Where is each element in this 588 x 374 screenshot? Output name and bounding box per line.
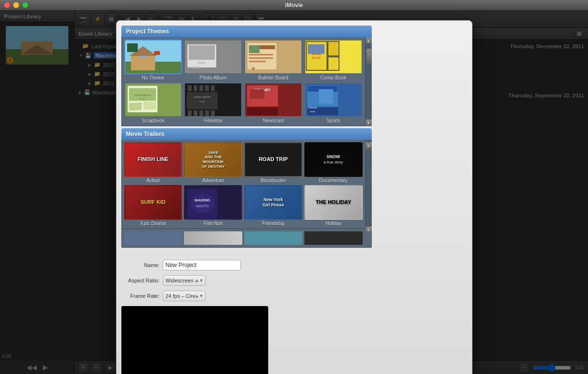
trailer-thumb-holiday: THE HOLIDAY xyxy=(304,185,363,220)
svg-rect-48 xyxy=(194,85,197,91)
trailer-thumb-film-noir: MADRID NIGHTS xyxy=(184,185,242,220)
theme-newscast[interactable]: SIT AMET ELIT Newscast xyxy=(244,82,302,123)
trailers-wrapper: FINISH LINE Action JAKEAND THEMOUNTAINOF… xyxy=(121,140,372,229)
svg-rect-24 xyxy=(260,45,275,49)
more-trailer-3[interactable] xyxy=(244,231,302,245)
preview-area xyxy=(121,306,268,374)
theme-filmstrip[interactable]: Lorem Ipsum Dolor Filmstrip xyxy=(184,82,242,123)
theme-no-theme[interactable]: No Theme xyxy=(124,40,183,80)
trailer-text-documentary: SNOWa true story xyxy=(323,153,344,166)
scroll-track xyxy=(366,44,372,120)
themes-wrapper: No Theme Lorem Ipsum Dolor xyxy=(121,37,372,126)
trailer-label-documentary: Documentary xyxy=(304,178,363,183)
theme-photo-album[interactable]: Lorem Ipsum Dolor Photo Album xyxy=(184,40,242,80)
trailer-scroll-track xyxy=(366,149,372,225)
trailer-scroll-up[interactable]: ▲ xyxy=(366,142,372,149)
trailer-documentary[interactable]: SNOWa true story Documentary xyxy=(304,142,363,183)
theme-scrapbook[interactable]: Lorem Ipsum Dolor Scrapbook xyxy=(124,82,183,123)
trailers-scrollbar[interactable]: ▲ ▼ xyxy=(365,140,372,229)
trailer-text-holiday: THE HOLIDAY xyxy=(314,198,352,206)
maximize-button[interactable] xyxy=(22,2,28,8)
svg-rect-55 xyxy=(205,110,209,116)
themes-section-title: Project Themes xyxy=(121,26,372,37)
themes-scrollbar[interactable]: ▲ ▼ xyxy=(365,37,372,126)
title-bar: iMovie xyxy=(0,0,588,11)
theme-label-scrapbook: Scrapbook xyxy=(124,118,183,123)
theme-svg-newscast: SIT AMET ELIT xyxy=(245,83,301,116)
scroll-up-button[interactable]: ▲ xyxy=(366,37,372,44)
new-project-dialog: Project Themes xyxy=(116,20,472,374)
trailer-holiday[interactable]: THE HOLIDAY Holiday xyxy=(304,185,363,226)
theme-svg-no-theme xyxy=(125,40,182,73)
theme-comic-book[interactable]: LOREM IPSUM DOLOR Comic Book xyxy=(304,40,363,80)
trailer-thumb-friendship: New YorkGirl Posse xyxy=(244,185,302,220)
svg-rect-64 xyxy=(250,89,264,99)
svg-rect-54 xyxy=(199,110,203,116)
theme-label-newscast: Newscast xyxy=(244,118,302,123)
theme-bulletin-board[interactable]: Bulletin Board xyxy=(244,40,302,80)
theme-label-photo-album: Photo Album xyxy=(184,75,242,80)
frame-rate-label: Frame Rate: xyxy=(121,293,160,299)
trailer-epic-drama[interactable]: SURF KID Epic Drama xyxy=(124,185,183,226)
svg-rect-53 xyxy=(194,110,197,116)
trailers-grid: FINISH LINE Action JAKEAND THEMOUNTAINOF… xyxy=(121,140,372,229)
theme-svg-comic-book: LOREM IPSUM DOLOR xyxy=(305,40,362,73)
modal-left-panel: Project Themes xyxy=(117,21,377,253)
theme-svg-scrapbook: Lorem Ipsum Dolor xyxy=(125,83,182,116)
theme-sports[interactable]: Canucks AAAA Sports xyxy=(304,82,363,123)
close-button[interactable] xyxy=(4,2,10,8)
svg-rect-13 xyxy=(127,43,138,52)
trailer-blockbuster[interactable]: ROAD TRIP Blockbuster xyxy=(244,142,302,183)
more-trailer-2[interactable] xyxy=(184,231,242,245)
svg-text:Dolor: Dolor xyxy=(199,100,205,103)
svg-text:MADRID: MADRID xyxy=(195,198,210,202)
modal-content: Project Themes xyxy=(117,21,472,374)
trailer-scroll-down[interactable]: ▼ xyxy=(366,227,372,233)
svg-rect-43 xyxy=(129,102,142,110)
trailer-adventure[interactable]: JAKEAND THEMOUNTAINOF DESTINY Adventure xyxy=(184,142,242,183)
theme-svg-photo-album: Lorem Ipsum Dolor xyxy=(185,40,241,73)
trailer-label-blockbuster: Blockbuster xyxy=(244,178,302,183)
frame-rate-select[interactable]: 24 fps – Cinema 25 fps – PAL 30 fps – NT… xyxy=(163,291,206,301)
themes-grid: No Theme Lorem Ipsum Dolor xyxy=(121,37,372,126)
svg-text:Lorem Ipsum: Lorem Ipsum xyxy=(134,94,151,96)
svg-text:AAAA: AAAA xyxy=(310,110,315,113)
trailer-film-noir[interactable]: MADRID NIGHTS Film Noir xyxy=(184,185,242,226)
svg-point-74 xyxy=(190,194,214,213)
svg-rect-26 xyxy=(249,57,273,59)
trailer-thumb-action: FINISH LINE xyxy=(124,142,183,177)
film-noir-svg: MADRID NIGHTS xyxy=(185,186,241,219)
more-trailer-4[interactable] xyxy=(304,231,363,245)
theme-thumb-no-theme xyxy=(124,40,183,74)
scroll-thumb[interactable] xyxy=(366,49,371,63)
svg-rect-47 xyxy=(188,85,192,91)
svg-rect-37 xyxy=(308,44,325,54)
theme-svg-sports: Canucks AAAA xyxy=(305,83,362,116)
trailer-label-holiday: Holiday xyxy=(304,221,363,226)
theme-thumb-sports: Canucks AAAA xyxy=(304,82,363,117)
minimize-button[interactable] xyxy=(13,2,19,8)
window-controls xyxy=(4,2,28,8)
name-label: Name: xyxy=(121,262,160,268)
trailer-text-adventure: JAKEAND THEMOUNTAINOF DESTINY xyxy=(201,149,226,170)
theme-thumb-filmstrip: Lorem Ipsum Dolor xyxy=(184,82,242,117)
trailer-text-epic-drama: SURF KID xyxy=(140,198,167,206)
svg-rect-14 xyxy=(154,51,160,55)
theme-thumb-photo-album: Lorem Ipsum Dolor xyxy=(184,40,242,74)
svg-rect-44 xyxy=(143,102,156,110)
aspect-ratio-select[interactable]: Widescreen (16:9) Standard (4:3) iPhone … xyxy=(163,275,206,286)
trailer-label-adventure: Adventure xyxy=(184,178,242,183)
scroll-down-button[interactable]: ▼ xyxy=(366,120,372,126)
trailer-thumb-adventure: JAKEAND THEMOUNTAINOF DESTINY xyxy=(184,142,242,177)
name-row: Name: xyxy=(121,260,206,270)
svg-text:DOLOR: DOLOR xyxy=(312,56,321,59)
svg-rect-50 xyxy=(205,85,209,91)
more-trailer-1[interactable] xyxy=(124,231,183,245)
svg-rect-33 xyxy=(328,57,339,70)
name-input[interactable] xyxy=(163,260,241,270)
trailer-thumb-blockbuster: ROAD TRIP xyxy=(244,142,302,177)
svg-text:Dolor: Dolor xyxy=(140,97,145,100)
trailer-friendship[interactable]: New YorkGirl Posse Friendship xyxy=(244,185,302,226)
theme-svg-bulletin-board xyxy=(245,40,301,73)
trailer-action[interactable]: FINISH LINE Action xyxy=(124,142,183,183)
